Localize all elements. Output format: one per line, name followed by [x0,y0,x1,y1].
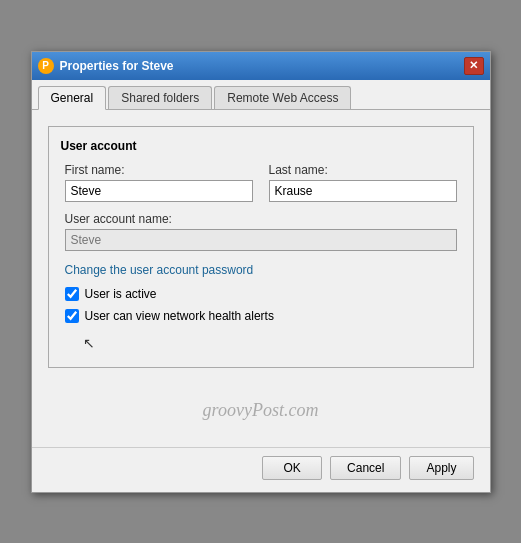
user-active-label: User is active [85,287,157,301]
network-health-label: User can view network health alerts [85,309,274,323]
account-name-input[interactable] [65,229,457,251]
last-name-field: Last name: [269,163,457,202]
account-name-label: User account name: [65,212,457,226]
title-bar: P Properties for Steve ✕ [32,52,490,80]
cancel-button[interactable]: Cancel [330,456,401,480]
ok-button[interactable]: OK [262,456,322,480]
window-icon: P [38,58,54,74]
title-bar-left: P Properties for Steve [38,58,174,74]
name-row: First name: Last name: [65,163,457,202]
first-name-label: First name: [65,163,253,177]
close-button[interactable]: ✕ [464,57,484,75]
apply-button[interactable]: Apply [409,456,473,480]
window-title: Properties for Steve [60,59,174,73]
tab-shared-folders[interactable]: Shared folders [108,86,212,109]
account-name-field: User account name: [65,212,457,251]
first-name-input[interactable] [65,180,253,202]
cursor-indicator: ↖ [83,335,95,351]
watermark: groovyPost.com [48,380,474,431]
properties-window: P Properties for Steve ✕ General Shared … [31,51,491,493]
user-active-row: User is active [65,287,457,301]
last-name-label: Last name: [269,163,457,177]
last-name-input[interactable] [269,180,457,202]
network-health-checkbox[interactable] [65,309,79,323]
first-name-field: First name: [65,163,253,202]
change-password-link[interactable]: Change the user account password [65,263,254,277]
tab-bar: General Shared folders Remote Web Access [32,80,490,110]
section-title: User account [61,139,457,153]
tab-content: User account First name: Last name: User… [32,110,490,447]
icon-label: P [42,60,49,71]
tab-general[interactable]: General [38,86,107,110]
user-account-section: User account First name: Last name: User… [48,126,474,368]
footer: OK Cancel Apply [32,447,490,492]
user-active-checkbox[interactable] [65,287,79,301]
tab-remote-web-access[interactable]: Remote Web Access [214,86,351,109]
network-health-row: User can view network health alerts [65,309,457,323]
